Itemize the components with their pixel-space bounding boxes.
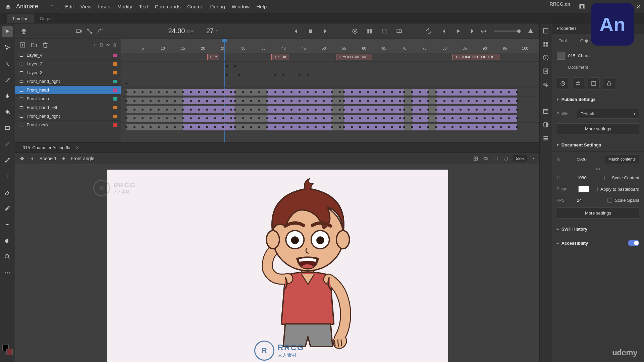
- keyframe[interactable]: [234, 65, 236, 67]
- frame-label[interactable]: HEY: [207, 54, 219, 60]
- guides-button[interactable]: [572, 77, 584, 89]
- color-panel-icon[interactable]: [542, 121, 549, 128]
- align-panel-icon[interactable]: [542, 27, 549, 34]
- stage-color-swatch[interactable]: [578, 186, 589, 192]
- free-transform-tool[interactable]: [2, 58, 13, 69]
- ruler-toggle-button[interactable]: [557, 77, 569, 89]
- layers-icon[interactable]: [20, 28, 27, 35]
- docsettings-section-header[interactable]: ▾ Document Settings: [552, 138, 644, 152]
- menu-text[interactable]: Text: [139, 4, 148, 9]
- layer-row[interactable]: Front_head: [15, 86, 121, 95]
- layer-row[interactable]: Front_hand_right: [15, 112, 121, 121]
- tween-span[interactable]: [344, 98, 404, 104]
- lock-icon[interactable]: [113, 43, 117, 47]
- brush-tool[interactable]: [2, 74, 13, 85]
- layer-row[interactable]: Front_torso: [15, 95, 121, 103]
- delete-layer-icon[interactable]: [42, 42, 49, 48]
- track-row[interactable]: [121, 97, 539, 105]
- keyframe[interactable]: [238, 74, 240, 76]
- menu-modify[interactable]: Modify: [117, 4, 132, 9]
- track-row[interactable]: HEYTIK TIKIF YOU GIVE ME...TO JUMP OUT O…: [121, 53, 539, 62]
- scene-crumb[interactable]: Scene 1: [39, 156, 56, 161]
- scale-spans-checkbox[interactable]: [607, 198, 612, 203]
- tab-output[interactable]: Output: [35, 14, 58, 23]
- workspace-icon[interactable]: [579, 4, 585, 10]
- line-tool[interactable]: [2, 139, 13, 149]
- more-tools-icon[interactable]: [2, 267, 13, 278]
- timeline-ruler[interactable]: 5101520253035404550556065707580859095100: [121, 39, 539, 53]
- profile-select[interactable]: Default ▾: [577, 109, 639, 119]
- tween-span[interactable]: [332, 89, 344, 96]
- track-row[interactable]: [121, 114, 539, 123]
- layer-parenting-icon[interactable]: [86, 28, 93, 35]
- keyframe[interactable]: [516, 100, 518, 102]
- keyframe[interactable]: [125, 82, 127, 84]
- zoom-value[interactable]: 53%: [513, 155, 527, 162]
- tween-span[interactable]: [344, 106, 404, 113]
- text-tool[interactable]: T: [2, 171, 13, 182]
- keyframe[interactable]: [516, 117, 518, 119]
- selection-tool[interactable]: [2, 26, 13, 37]
- track-row[interactable]: [121, 88, 539, 97]
- ease-icon[interactable]: [97, 28, 104, 35]
- swf-section-header[interactable]: ▸ SWF History: [552, 223, 644, 236]
- tween-span[interactable]: [332, 115, 344, 122]
- camera-tool[interactable]: [2, 219, 13, 230]
- keyframe[interactable]: [299, 74, 301, 76]
- last-frame-icon[interactable]: [470, 28, 476, 35]
- track-row[interactable]: [121, 123, 539, 131]
- back-icon[interactable]: [30, 156, 35, 161]
- next-keyframe-icon[interactable]: [322, 28, 329, 35]
- snap-button[interactable]: [588, 77, 600, 89]
- zoom-dropdown-icon[interactable]: [532, 157, 535, 160]
- height-field[interactable]: 1080: [577, 175, 597, 180]
- menu-help[interactable]: Help: [256, 4, 267, 9]
- layer-color-swatch[interactable]: [113, 97, 117, 101]
- menu-file[interactable]: File: [50, 4, 58, 9]
- menu-control[interactable]: Control: [187, 4, 203, 9]
- timeline-tracks[interactable]: 5101520253035404550556065707580859095100…: [121, 39, 539, 142]
- layer-color-swatch[interactable]: [113, 54, 117, 57]
- frame-label[interactable]: TO JUMP OUT OF THE...: [452, 54, 499, 60]
- layer-row[interactable]: Layer_3: [15, 68, 121, 77]
- visibility-icon[interactable]: [106, 43, 110, 47]
- camera-layer-icon[interactable]: [75, 28, 82, 35]
- symbol-crumb[interactable]: Front angle: [71, 156, 95, 161]
- layer-row[interactable]: Layer_3: [15, 60, 121, 68]
- tween-span[interactable]: [332, 124, 344, 130]
- fps-field[interactable]: 24: [577, 198, 597, 203]
- menu-insert[interactable]: Insert: [98, 4, 111, 9]
- frame-label[interactable]: TIK TIK: [271, 54, 288, 60]
- publish-section-header[interactable]: ▾ Publish Settings: [552, 93, 644, 106]
- scale-content-checkbox[interactable]: [604, 176, 609, 180]
- onion-skin-icon[interactable]: [352, 28, 358, 35]
- keyframe[interactable]: [226, 74, 228, 76]
- publish-more-button[interactable]: More settings: [557, 123, 639, 134]
- hand-tool[interactable]: [2, 235, 13, 246]
- keyframe[interactable]: [307, 74, 309, 76]
- paint-bucket-tool[interactable]: [2, 107, 13, 117]
- menu-view[interactable]: View: [80, 4, 91, 9]
- accessibility-toggle[interactable]: [628, 240, 639, 246]
- tween-span[interactable]: [332, 106, 344, 113]
- track-row[interactable]: [121, 70, 539, 79]
- layer-color-swatch[interactable]: [113, 115, 117, 118]
- layer-row[interactable]: Front_hand_left: [15, 103, 121, 112]
- frame-marker-icon[interactable]: [381, 28, 388, 35]
- transform-panel-icon[interactable]: [542, 41, 549, 48]
- new-folder-icon[interactable]: [31, 42, 37, 48]
- overprint-icon[interactable]: [483, 156, 488, 161]
- rotate-icon[interactable]: [503, 156, 508, 161]
- menu-commands[interactable]: Commands: [155, 4, 181, 9]
- link-dims-icon[interactable]: [596, 167, 600, 171]
- document-tab[interactable]: 015_Character Acting.fla: [19, 144, 73, 152]
- components-panel-icon[interactable]: [542, 135, 549, 141]
- frame-label[interactable]: IF YOU GIVE ME...: [336, 54, 372, 60]
- keyframe[interactable]: [274, 74, 276, 76]
- mask-button[interactable]: [603, 77, 615, 89]
- tween-span[interactable]: [332, 98, 344, 104]
- keyframe[interactable]: [516, 126, 518, 128]
- match-contents-button[interactable]: Match contents: [605, 155, 639, 164]
- layer-color-swatch[interactable]: [113, 80, 117, 83]
- subselection-tool[interactable]: [2, 42, 13, 53]
